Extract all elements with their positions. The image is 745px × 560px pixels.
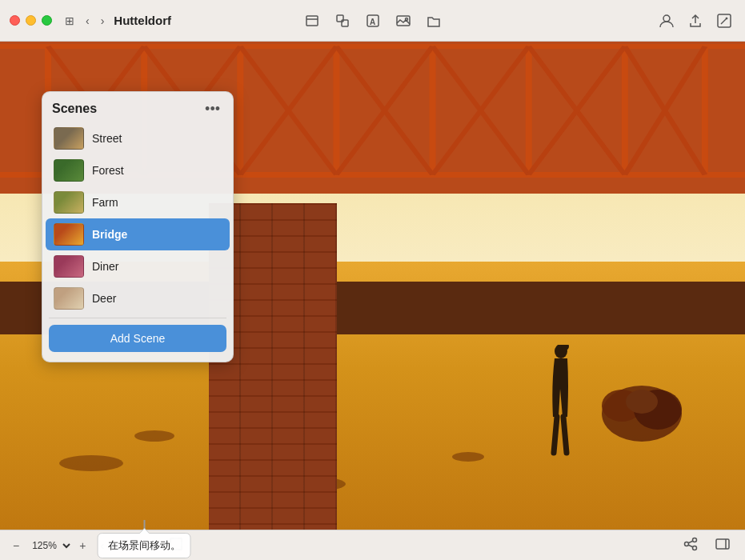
window-title: Hutteldorf xyxy=(114,14,171,27)
bottom-sidebar-button[interactable] xyxy=(710,534,735,557)
toolbar-icon-1[interactable] xyxy=(301,10,323,32)
toolbar-right xyxy=(655,10,735,32)
main-canvas: Scenes ••• Street Forest Farm Bridge xyxy=(0,42,745,530)
collab-icon[interactable] xyxy=(655,10,678,32)
scene-name-bridge: Bridge xyxy=(92,228,127,241)
scene-name-diner: Diner xyxy=(92,260,118,273)
zoom-in-button[interactable]: + xyxy=(76,538,89,554)
scene-item-forest[interactable]: Forest xyxy=(46,154,230,186)
titlebar: ⊞ ‹ › Hutteldorf A xyxy=(0,0,745,42)
scene-thumb-bridge xyxy=(54,223,84,246)
scene-item-diner[interactable]: Diner xyxy=(46,250,230,282)
scenes-header: Scenes ••• xyxy=(42,92,233,122)
puddle-4 xyxy=(452,452,484,462)
scene-thumb-deer xyxy=(54,287,84,310)
scenes-more-button[interactable]: ••• xyxy=(202,100,223,118)
bottom-right-controls xyxy=(678,534,735,557)
share-icon[interactable] xyxy=(684,10,707,32)
puddle-2 xyxy=(134,430,174,442)
tooltip-area: 在场景间移动。 xyxy=(98,520,191,558)
forward-button[interactable]: › xyxy=(98,13,108,29)
panel-divider xyxy=(49,318,226,318)
scene-item-farm[interactable]: Farm xyxy=(46,186,230,218)
svg-line-47 xyxy=(688,545,692,547)
nav-controls: ⊞ ‹ › xyxy=(62,13,107,29)
svg-point-44 xyxy=(693,538,697,542)
toolbar-icon-2[interactable] xyxy=(331,10,354,32)
toolbar-icon-image[interactable] xyxy=(392,10,415,32)
bottom-bar: − 125% 100% 75% 150% + ‹ › 在场景间移动。 xyxy=(0,530,745,560)
add-scene-button[interactable]: Add Scene xyxy=(49,325,226,352)
tooltip-box: 在场景间移动。 xyxy=(98,533,191,558)
scene-item-deer[interactable]: Deer xyxy=(46,282,230,314)
scene-item-street[interactable]: Street xyxy=(46,122,230,154)
scenes-panel: Scenes ••• Street Forest Farm Bridge xyxy=(42,91,234,362)
toolbar-icon-folder[interactable] xyxy=(423,10,445,32)
zoom-out-button[interactable]: − xyxy=(10,538,22,554)
scene-thumb-diner xyxy=(54,255,84,278)
zoom-controls: − 125% 100% 75% 150% + xyxy=(10,538,89,554)
scene-name-street: Street xyxy=(92,132,122,145)
toolbar-icon-text[interactable]: A xyxy=(362,10,384,32)
scene-thumb-farm xyxy=(54,191,84,214)
back-button[interactable]: ‹ xyxy=(82,13,93,29)
scenes-title: Scenes xyxy=(52,102,97,116)
svg-point-7 xyxy=(405,18,407,20)
traffic-lights xyxy=(10,15,52,26)
vegetation xyxy=(598,370,686,442)
scene-name-farm: Farm xyxy=(92,196,118,209)
scene-item-bridge[interactable]: Bridge xyxy=(46,218,230,250)
scene-thumb-forest xyxy=(54,159,84,182)
svg-rect-0 xyxy=(306,16,318,26)
maximize-button[interactable] xyxy=(42,15,52,26)
figure-silhouette xyxy=(541,345,581,457)
scene-name-deer: Deer xyxy=(92,292,116,305)
toolbar-center: A xyxy=(301,10,445,32)
bottom-share-button[interactable] xyxy=(678,534,703,557)
scene-thumb-street xyxy=(54,127,84,150)
zoom-select[interactable]: 125% 100% 75% 150% xyxy=(26,538,73,554)
svg-point-8 xyxy=(663,15,670,22)
svg-point-39 xyxy=(626,390,658,414)
close-button[interactable] xyxy=(10,15,20,26)
sidebar-toggle-button[interactable]: ⊞ xyxy=(62,13,78,29)
svg-line-48 xyxy=(688,541,692,543)
svg-text:A: A xyxy=(370,18,375,26)
minimize-button[interactable] xyxy=(26,15,36,26)
svg-point-45 xyxy=(685,542,689,546)
illustration: Scenes ••• Street Forest Farm Bridge xyxy=(0,42,745,530)
edit-icon[interactable] xyxy=(713,10,735,32)
scene-name-forest: Forest xyxy=(92,164,124,177)
svg-rect-49 xyxy=(716,539,729,549)
tooltip-text: 在场景间移动。 xyxy=(108,539,181,551)
puddle-1 xyxy=(59,455,123,471)
svg-point-46 xyxy=(693,546,697,550)
